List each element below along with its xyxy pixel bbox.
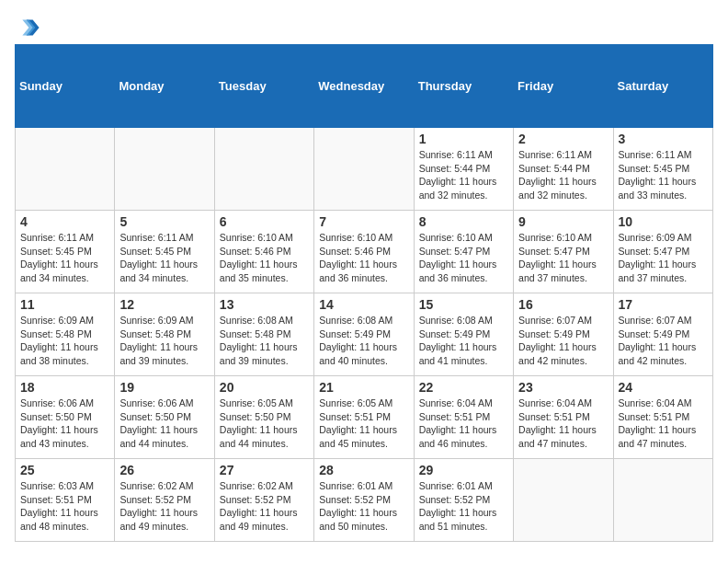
day-number: 6 — [220, 214, 309, 229]
day-number: 3 — [619, 132, 708, 146]
day-number: 2 — [518, 132, 608, 146]
calendar-cell: 5Sunrise: 6:11 AM Sunset: 5:45 PM Daylig… — [115, 211, 214, 293]
calendar-cell — [115, 128, 214, 211]
day-number: 16 — [518, 297, 608, 312]
day-info: Sunrise: 6:09 AM Sunset: 5:48 PM Dayligh… — [119, 314, 209, 368]
weekday-header-friday: Friday — [514, 45, 613, 128]
weekday-header-wednesday: Wednesday — [314, 45, 414, 128]
weekday-header-monday: Monday — [115, 45, 214, 128]
day-info: Sunrise: 6:11 AM Sunset: 5:45 PM Dayligh… — [20, 231, 109, 285]
day-number: 21 — [319, 380, 408, 395]
day-info: Sunrise: 6:07 AM Sunset: 5:49 PM Dayligh… — [518, 314, 608, 368]
calendar-cell: 19Sunrise: 6:06 AM Sunset: 5:50 PM Dayli… — [115, 376, 214, 459]
calendar-cell: 1Sunrise: 6:11 AM Sunset: 5:44 PM Daylig… — [414, 128, 513, 211]
calendar-cell: 9Sunrise: 6:10 AM Sunset: 5:47 PM Daylig… — [514, 211, 613, 293]
day-info: Sunrise: 6:08 AM Sunset: 5:48 PM Dayligh… — [220, 314, 309, 368]
day-number: 15 — [419, 297, 508, 312]
calendar-cell: 20Sunrise: 6:05 AM Sunset: 5:50 PM Dayli… — [214, 376, 313, 459]
day-info: Sunrise: 6:04 AM Sunset: 5:51 PM Dayligh… — [518, 396, 608, 451]
day-info: Sunrise: 6:05 AM Sunset: 5:50 PM Dayligh… — [220, 396, 309, 451]
week-row-3: 11Sunrise: 6:09 AM Sunset: 5:48 PM Dayli… — [16, 293, 713, 376]
day-number: 29 — [419, 463, 508, 477]
day-info: Sunrise: 6:01 AM Sunset: 5:52 PM Dayligh… — [319, 479, 408, 534]
day-info: Sunrise: 6:08 AM Sunset: 5:49 PM Dayligh… — [319, 314, 408, 368]
day-number: 18 — [20, 380, 109, 395]
day-number: 20 — [220, 380, 309, 395]
day-number: 17 — [619, 297, 708, 312]
calendar-cell — [16, 128, 115, 211]
day-info: Sunrise: 6:03 AM Sunset: 5:51 PM Dayligh… — [20, 479, 109, 534]
day-info: Sunrise: 6:05 AM Sunset: 5:51 PM Dayligh… — [319, 396, 408, 451]
day-number: 26 — [119, 463, 209, 477]
day-info: Sunrise: 6:09 AM Sunset: 5:47 PM Dayligh… — [619, 231, 708, 285]
calendar-cell: 7Sunrise: 6:10 AM Sunset: 5:46 PM Daylig… — [314, 211, 414, 293]
calendar-cell — [514, 459, 613, 542]
calendar-cell: 10Sunrise: 6:09 AM Sunset: 5:47 PM Dayli… — [613, 211, 712, 293]
calendar-table: SundayMondayTuesdayWednesdayThursdayFrid… — [15, 44, 713, 542]
calendar-cell: 11Sunrise: 6:09 AM Sunset: 5:48 PM Dayli… — [16, 293, 115, 376]
calendar-header: SundayMondayTuesdayWednesdayThursdayFrid… — [16, 45, 713, 128]
week-row-4: 18Sunrise: 6:06 AM Sunset: 5:50 PM Dayli… — [16, 376, 713, 459]
calendar-cell — [314, 128, 414, 211]
day-info: Sunrise: 6:11 AM Sunset: 5:44 PM Dayligh… — [419, 148, 508, 202]
logo — [15, 15, 44, 40]
day-number: 19 — [119, 380, 209, 395]
calendar-cell: 26Sunrise: 6:02 AM Sunset: 5:52 PM Dayli… — [115, 459, 214, 542]
weekday-header-saturday: Saturday — [613, 45, 712, 128]
calendar-cell: 24Sunrise: 6:04 AM Sunset: 5:51 PM Dayli… — [613, 376, 712, 459]
calendar-cell: 4Sunrise: 6:11 AM Sunset: 5:45 PM Daylig… — [16, 211, 115, 293]
calendar-cell: 22Sunrise: 6:04 AM Sunset: 5:51 PM Dayli… — [414, 376, 513, 459]
day-info: Sunrise: 6:10 AM Sunset: 5:46 PM Dayligh… — [220, 231, 309, 285]
weekday-header-sunday: Sunday — [16, 45, 115, 128]
day-info: Sunrise: 6:10 AM Sunset: 5:46 PM Dayligh… — [319, 231, 408, 285]
weekday-header-thursday: Thursday — [414, 45, 513, 128]
day-number: 27 — [220, 463, 309, 477]
calendar-cell: 12Sunrise: 6:09 AM Sunset: 5:48 PM Dayli… — [115, 293, 214, 376]
day-number: 8 — [419, 214, 508, 229]
day-info: Sunrise: 6:01 AM Sunset: 5:52 PM Dayligh… — [419, 479, 508, 534]
calendar-cell: 6Sunrise: 6:10 AM Sunset: 5:46 PM Daylig… — [214, 211, 313, 293]
logo-icon — [15, 15, 40, 40]
day-info: Sunrise: 6:10 AM Sunset: 5:47 PM Dayligh… — [419, 231, 508, 285]
day-number: 12 — [119, 297, 209, 312]
day-info: Sunrise: 6:08 AM Sunset: 5:49 PM Dayligh… — [419, 314, 508, 368]
day-number: 23 — [518, 380, 608, 395]
day-number: 4 — [20, 214, 109, 229]
calendar-cell: 25Sunrise: 6:03 AM Sunset: 5:51 PM Dayli… — [16, 459, 115, 542]
day-info: Sunrise: 6:11 AM Sunset: 5:45 PM Dayligh… — [119, 231, 209, 285]
day-info: Sunrise: 6:11 AM Sunset: 5:45 PM Dayligh… — [619, 148, 708, 202]
calendar-cell: 23Sunrise: 6:04 AM Sunset: 5:51 PM Dayli… — [514, 376, 613, 459]
calendar-cell: 21Sunrise: 6:05 AM Sunset: 5:51 PM Dayli… — [314, 376, 414, 459]
calendar-cell: 16Sunrise: 6:07 AM Sunset: 5:49 PM Dayli… — [514, 293, 613, 376]
day-number: 22 — [419, 380, 508, 395]
day-number: 28 — [319, 463, 408, 477]
day-info: Sunrise: 6:06 AM Sunset: 5:50 PM Dayligh… — [119, 396, 209, 451]
page-header — [15, 15, 713, 40]
day-number: 9 — [518, 214, 608, 229]
day-info: Sunrise: 6:02 AM Sunset: 5:52 PM Dayligh… — [220, 479, 309, 534]
day-info: Sunrise: 6:04 AM Sunset: 5:51 PM Dayligh… — [619, 396, 708, 451]
calendar-cell — [613, 459, 712, 542]
weekday-header-row: SundayMondayTuesdayWednesdayThursdayFrid… — [16, 45, 713, 128]
day-number: 13 — [220, 297, 309, 312]
calendar-cell: 8Sunrise: 6:10 AM Sunset: 5:47 PM Daylig… — [414, 211, 513, 293]
day-info: Sunrise: 6:09 AM Sunset: 5:48 PM Dayligh… — [20, 314, 109, 368]
calendar-body: 1Sunrise: 6:11 AM Sunset: 5:44 PM Daylig… — [16, 128, 713, 542]
day-number: 24 — [619, 380, 708, 395]
weekday-header-tuesday: Tuesday — [214, 45, 313, 128]
calendar-cell: 29Sunrise: 6:01 AM Sunset: 5:52 PM Dayli… — [414, 459, 513, 542]
calendar-cell: 13Sunrise: 6:08 AM Sunset: 5:48 PM Dayli… — [214, 293, 313, 376]
calendar-cell: 3Sunrise: 6:11 AM Sunset: 5:45 PM Daylig… — [613, 128, 712, 211]
week-row-1: 1Sunrise: 6:11 AM Sunset: 5:44 PM Daylig… — [16, 128, 713, 211]
day-number: 10 — [619, 214, 708, 229]
day-info: Sunrise: 6:11 AM Sunset: 5:44 PM Dayligh… — [518, 148, 608, 202]
calendar-cell: 27Sunrise: 6:02 AM Sunset: 5:52 PM Dayli… — [214, 459, 313, 542]
calendar-cell: 15Sunrise: 6:08 AM Sunset: 5:49 PM Dayli… — [414, 293, 513, 376]
day-info: Sunrise: 6:04 AM Sunset: 5:51 PM Dayligh… — [419, 396, 508, 451]
day-number: 14 — [319, 297, 408, 312]
calendar-cell: 2Sunrise: 6:11 AM Sunset: 5:44 PM Daylig… — [514, 128, 613, 211]
day-number: 1 — [419, 132, 508, 146]
day-number: 25 — [20, 463, 109, 477]
day-info: Sunrise: 6:02 AM Sunset: 5:52 PM Dayligh… — [119, 479, 209, 534]
calendar-cell: 17Sunrise: 6:07 AM Sunset: 5:49 PM Dayli… — [613, 293, 712, 376]
